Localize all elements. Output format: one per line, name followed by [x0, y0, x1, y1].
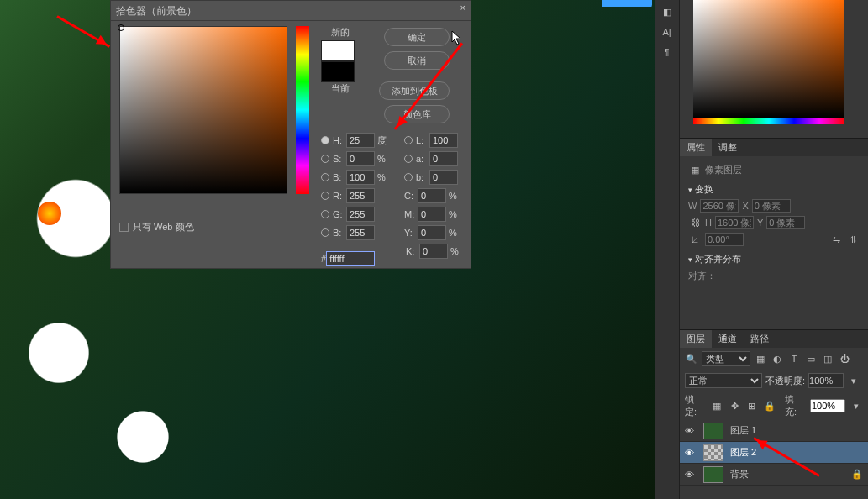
- a-input[interactable]: [429, 151, 458, 166]
- b-label: b:: [416, 172, 429, 182]
- r-radio[interactable]: [321, 192, 329, 200]
- fill-dropdown-icon[interactable]: ▾: [850, 399, 863, 412]
- lock-all-icon[interactable]: 🔒: [763, 399, 776, 412]
- b2-radio[interactable]: [321, 228, 329, 237]
- tab-adjustments[interactable]: 调整: [712, 139, 744, 156]
- b-radio[interactable]: [404, 173, 413, 181]
- opacity-label: 不透明度:: [765, 375, 805, 387]
- hue-slider[interactable]: [296, 26, 309, 194]
- s-input[interactable]: [346, 151, 375, 166]
- collapsed-panel-strip: ◧ A| ¶: [655, 0, 680, 499]
- layers-tabs: 图层 通道 路径: [680, 329, 868, 348]
- filter-pixel-icon[interactable]: ▦: [754, 352, 767, 365]
- lock-position-icon[interactable]: ✥: [728, 399, 741, 412]
- fill-label: 填充:: [785, 393, 806, 418]
- m-input[interactable]: [418, 207, 446, 222]
- close-icon[interactable]: ×: [460, 3, 466, 13]
- lock-pixels-icon[interactable]: ▦: [710, 399, 723, 412]
- lock-icon: 🔒: [851, 469, 863, 480]
- bv-radio[interactable]: [321, 173, 329, 181]
- cancel-button[interactable]: 取消: [384, 51, 450, 70]
- l-radio[interactable]: [404, 136, 413, 144]
- mouse-cursor-icon: [451, 30, 463, 45]
- lock-artboard-icon[interactable]: ⊞: [745, 399, 759, 412]
- filter-adjust-icon[interactable]: ◐: [771, 352, 784, 365]
- filter-toggle-icon[interactable]: ⏻: [838, 352, 851, 365]
- s-unit: %: [377, 154, 394, 164]
- layer-list: 👁 图层 1 👁 图层 2 👁 背景 🔒: [680, 420, 868, 486]
- tab-channels[interactable]: 通道: [712, 330, 744, 348]
- w-label: W: [688, 201, 697, 211]
- search-icon[interactable]: 🔍: [685, 352, 698, 365]
- h-radio[interactable]: [321, 136, 329, 144]
- filter-smart-icon[interactable]: ◫: [821, 352, 834, 365]
- opacity-dropdown-icon[interactable]: ▾: [847, 374, 860, 387]
- color-libraries-button[interactable]: 颜色库: [384, 105, 450, 123]
- color-field-cursor: [118, 24, 124, 31]
- layer-name: 图层 2: [730, 446, 756, 459]
- x-input[interactable]: [752, 199, 791, 213]
- visibility-icon[interactable]: 👁: [685, 470, 697, 480]
- tab-properties[interactable]: 属性: [680, 139, 712, 156]
- ok-button[interactable]: 确定: [384, 28, 450, 46]
- g-radio[interactable]: [321, 210, 329, 218]
- add-to-swatches-button[interactable]: 添加到色板: [379, 81, 450, 100]
- l-input[interactable]: [429, 133, 458, 148]
- y-label: Y:: [404, 228, 418, 238]
- c-input[interactable]: [418, 188, 446, 203]
- k-input[interactable]: [419, 244, 448, 259]
- y-input[interactable]: [418, 225, 446, 240]
- bv-unit: %: [377, 172, 394, 182]
- visibility-icon[interactable]: 👁: [685, 426, 697, 436]
- tab-paths[interactable]: 路径: [744, 330, 776, 348]
- web-only-checkbox[interactable]: [119, 223, 129, 232]
- paragraph-icon[interactable]: ¶: [660, 47, 675, 60]
- blend-mode-select[interactable]: 正常: [685, 373, 762, 388]
- align-section[interactable]: 对齐并分布: [688, 253, 860, 265]
- transform-section[interactable]: 变换: [688, 183, 860, 196]
- layer-item[interactable]: 👁 背景 🔒: [680, 464, 868, 486]
- y-label2: Y: [757, 218, 763, 228]
- flip-h-icon[interactable]: ⇋: [829, 233, 843, 246]
- filter-type-icon[interactable]: T: [787, 352, 801, 365]
- character-icon[interactable]: A|: [660, 27, 675, 40]
- a-label: a:: [416, 154, 429, 164]
- h-unit: 度: [377, 134, 394, 147]
- angle-input[interactable]: [705, 233, 744, 246]
- mini-color-field[interactable]: [693, 0, 844, 118]
- a-radio[interactable]: [404, 155, 413, 163]
- x-label: X: [742, 201, 748, 211]
- h-label: H:: [333, 135, 346, 145]
- angle-icon: ⟀: [688, 233, 702, 246]
- r-input[interactable]: [346, 188, 375, 203]
- visibility-icon[interactable]: 👁: [685, 448, 697, 458]
- flip-v-icon[interactable]: ⥮: [846, 233, 860, 246]
- hex-input[interactable]: [326, 251, 375, 266]
- mini-hue-slider[interactable]: [693, 118, 844, 124]
- y-input2[interactable]: [766, 216, 805, 229]
- layer-item[interactable]: 👁 图层 2: [680, 442, 868, 464]
- new-color-swatch: [321, 40, 355, 61]
- s-label: S:: [333, 154, 346, 164]
- current-color-swatch[interactable]: [321, 61, 355, 82]
- swatches-icon[interactable]: ◧: [660, 7, 675, 20]
- b-input[interactable]: [429, 170, 458, 185]
- g-input[interactable]: [346, 207, 375, 222]
- w-input[interactable]: [700, 199, 739, 213]
- link-wh-icon[interactable]: ⛓: [688, 216, 702, 229]
- opacity-input[interactable]: [808, 373, 844, 388]
- new-color-label: 新的: [321, 26, 359, 39]
- filter-shape-icon[interactable]: ▭: [804, 352, 818, 365]
- bv-input[interactable]: [346, 170, 375, 185]
- pixel-layer-label: 像素图层: [705, 164, 742, 176]
- h-input2[interactable]: [715, 216, 754, 229]
- filter-kind-select[interactable]: 类型: [702, 351, 750, 366]
- tab-layers[interactable]: 图层: [680, 330, 712, 348]
- s-radio[interactable]: [321, 155, 329, 163]
- layer-item[interactable]: 👁 图层 1: [680, 420, 868, 442]
- b2-input[interactable]: [346, 225, 375, 240]
- web-only-label: 只有 Web 颜色: [133, 221, 194, 234]
- h-input[interactable]: [346, 133, 375, 148]
- color-field[interactable]: [119, 26, 287, 194]
- fill-input[interactable]: [810, 399, 845, 412]
